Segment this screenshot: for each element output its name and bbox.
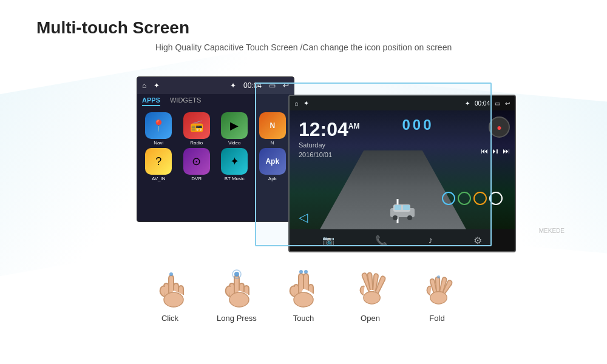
record-button[interactable]: ● bbox=[489, 116, 510, 138]
tab-widgets[interactable]: WIDGETS bbox=[170, 96, 201, 106]
gesture-fold: Fold bbox=[416, 261, 458, 323]
gesture-section: Click bbox=[36, 255, 571, 323]
watermark: MEKEDE bbox=[539, 228, 565, 234]
app-label-navi: Navi bbox=[154, 140, 163, 146]
app-label-avin: AV_IN bbox=[152, 176, 166, 181]
tab-apps[interactable]: APPS bbox=[142, 96, 160, 106]
main-content: Multi-touch Screen High Quality Capaciti… bbox=[0, 0, 607, 341]
app-label-video: Video bbox=[228, 140, 240, 146]
app-label-btmusic: BT Music bbox=[225, 176, 245, 181]
svg-point-8 bbox=[229, 292, 249, 307]
open-label: Open bbox=[361, 314, 380, 323]
svg-point-16 bbox=[437, 275, 440, 278]
click-label: Click bbox=[161, 314, 178, 323]
svg-point-9 bbox=[234, 272, 239, 277]
svg-point-11 bbox=[294, 292, 313, 307]
svg-point-6 bbox=[164, 292, 183, 307]
home-header-battery: ▭ bbox=[495, 100, 500, 107]
app-icon-avin: ? bbox=[145, 148, 172, 175]
svg-point-7 bbox=[169, 272, 173, 276]
gesture-click: Click bbox=[149, 261, 191, 323]
svg-point-14 bbox=[364, 291, 380, 304]
app-icon-btmusic: ✦ bbox=[221, 148, 248, 175]
page-subtitle: High Quality Capacitive Touch Screen /Ca… bbox=[36, 42, 571, 52]
app-dvr[interactable]: ⊙ DVR bbox=[179, 148, 215, 181]
screens-area: ⌂ ✦ ✦ 00:04 ▭ ↩ APPS WIDGETS 📍 Navi bbox=[36, 64, 571, 252]
play-icon[interactable]: ⏯ bbox=[492, 147, 499, 155]
app-video[interactable]: ▶ Video bbox=[217, 112, 253, 146]
long-press-gesture-icon bbox=[215, 261, 258, 310]
glass-overlay bbox=[255, 83, 492, 246]
touch-gesture-icon bbox=[282, 261, 325, 310]
svg-point-15 bbox=[430, 291, 447, 304]
app-icon-dvr: ⊙ bbox=[183, 148, 210, 175]
home-header-back: ↩ bbox=[505, 100, 510, 107]
fold-gesture-icon bbox=[416, 261, 458, 310]
app-icon-navi: 📍 bbox=[145, 112, 172, 139]
page-title: Multi-touch Screen bbox=[36, 18, 571, 38]
app-label-dvr: DVR bbox=[191, 176, 202, 181]
page-container: Multi-touch Screen High Quality Capaciti… bbox=[0, 0, 607, 364]
long-press-label: Long Press bbox=[217, 314, 257, 323]
fold-label: Fold bbox=[429, 314, 444, 323]
controls-right: ● bbox=[489, 116, 510, 138]
svg-point-12 bbox=[299, 270, 303, 274]
app-radio[interactable]: 📻 Radio bbox=[179, 112, 215, 146]
click-gesture-icon bbox=[149, 261, 191, 310]
app-icon-video: ▶ bbox=[221, 112, 248, 139]
gesture-long-press: Long Press bbox=[215, 261, 258, 323]
app-navi[interactable]: 📍 Navi bbox=[141, 112, 177, 146]
app-label-radio: Radio bbox=[190, 140, 203, 146]
app-icon-radio: 📻 bbox=[183, 112, 210, 139]
home-icon: ⌂ bbox=[142, 81, 146, 90]
bt-icon: ✦ bbox=[230, 81, 236, 90]
gesture-open: Open bbox=[349, 261, 392, 323]
app-avin[interactable]: ? AV_IN bbox=[141, 148, 177, 181]
svg-point-13 bbox=[304, 270, 308, 274]
app-btmusic[interactable]: ✦ BT Music bbox=[217, 148, 253, 181]
open-gesture-icon bbox=[349, 261, 392, 310]
next-icon[interactable]: ⏭ bbox=[503, 147, 510, 155]
gesture-touch: Touch bbox=[282, 261, 325, 323]
pin-icon: ✦ bbox=[154, 81, 160, 90]
touch-label: Touch bbox=[293, 314, 314, 323]
